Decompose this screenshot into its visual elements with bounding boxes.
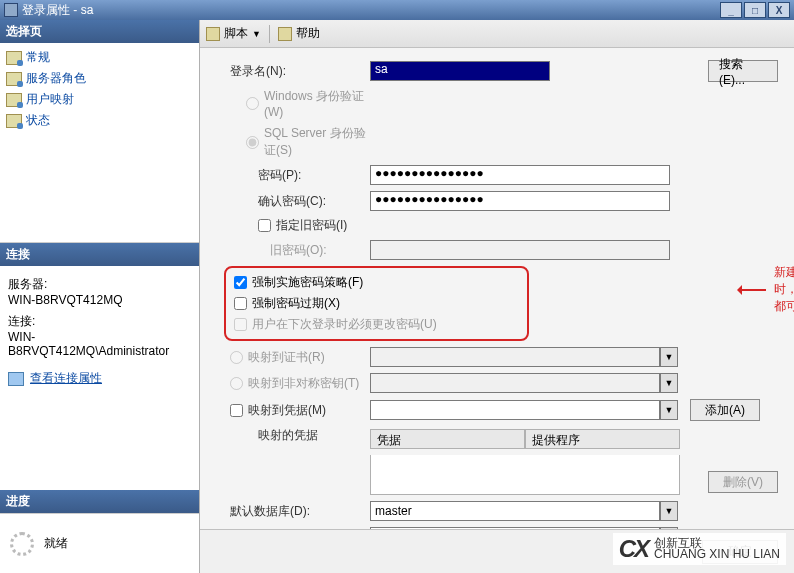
password-label: 密码(P): [230, 167, 370, 184]
old-password-input [370, 240, 670, 260]
nav-label: 状态 [26, 112, 50, 129]
script-icon [206, 27, 220, 41]
radio-icon [230, 351, 243, 364]
password-input[interactable]: ●●●●●●●●●●●●●●● [370, 165, 670, 185]
chevron-down-icon[interactable]: ▼ [660, 501, 678, 521]
select-box[interactable]: master [370, 501, 660, 521]
map-cred-select[interactable]: ▼ [370, 400, 678, 420]
checkbox-icon[interactable] [234, 297, 247, 310]
page-icon [6, 51, 22, 65]
mapped-creds-label: 映射的凭据 [230, 427, 370, 444]
add-button[interactable]: 添加(A) [690, 399, 760, 421]
checkbox-label: 强制密码过期(X) [252, 295, 340, 312]
col-provider: 提供程序 [525, 429, 680, 449]
app-icon [4, 3, 18, 17]
nav-server-roles[interactable]: 服务器角色 [6, 68, 193, 89]
annotation-text: 新建用户时，三项都可选 [774, 264, 794, 315]
progress-header: 进度 [0, 490, 199, 513]
checkbox-label: 用户在下次登录时必须更改密码(U) [252, 316, 437, 333]
radio-label: 映射到非对称密钥(T) [248, 375, 359, 392]
nav-status[interactable]: 状态 [6, 110, 193, 131]
script-button[interactable]: 脚本 ▼ [206, 25, 261, 42]
watermark-logo: CX [619, 535, 648, 563]
select-box [370, 373, 660, 393]
radio-icon [246, 97, 259, 110]
server-value: WIN-B8RVQT412MQ [8, 293, 191, 307]
radio-label: SQL Server 身份验证(S) [264, 125, 370, 159]
chevron-down-icon: ▼ [660, 347, 678, 367]
creds-table-body[interactable] [370, 455, 680, 495]
default-db-label: 默认数据库(D): [230, 503, 370, 520]
col-credential: 凭据 [370, 429, 525, 449]
confirm-password-input[interactable]: ●●●●●●●●●●●●●●● [370, 191, 670, 211]
nav-user-mapping[interactable]: 用户映射 [6, 89, 193, 110]
maximize-button[interactable]: □ [744, 2, 766, 18]
login-name-input[interactable]: sa [370, 61, 550, 81]
checkbox-icon[interactable] [258, 219, 271, 232]
help-button[interactable]: 帮助 [278, 25, 320, 42]
conn-label: 连接: [8, 313, 191, 330]
checkbox-icon[interactable] [230, 404, 243, 417]
must-change-checkbox: 用户在下次登录时必须更改密码(U) [234, 316, 519, 333]
help-label: 帮助 [296, 25, 320, 42]
properties-icon [8, 372, 24, 386]
radio-icon [246, 136, 259, 149]
select-box [370, 347, 660, 367]
view-connection-link[interactable]: 查看连接属性 [8, 370, 191, 387]
nav-general[interactable]: 常规 [6, 47, 193, 68]
checkbox-icon [234, 318, 247, 331]
arrow-icon [740, 289, 766, 291]
radio-label: 映射到证书(R) [248, 349, 325, 366]
map-cred-checkbox[interactable]: 映射到凭据(M) [230, 402, 370, 419]
connection-header: 连接 [0, 243, 199, 266]
progress-box: 就绪 [0, 513, 199, 573]
watermark: CX 创新互联 CHUANG XIN HU LIAN [613, 533, 786, 565]
toolbar: 脚本 ▼ 帮助 [200, 20, 794, 48]
annotation-callout: 新建用户时，三项都可选 [740, 264, 794, 315]
old-password-label: 旧密码(O): [230, 242, 370, 259]
window-titlebar: 登录属性 - sa _ □ X [0, 0, 794, 20]
creds-table-header: 凭据 提供程序 [370, 429, 680, 449]
ready-label: 就绪 [44, 535, 68, 552]
checkbox-label: 映射到凭据(M) [248, 402, 326, 419]
checkbox-label: 强制实施密码策略(F) [252, 274, 363, 291]
select-box[interactable] [370, 400, 660, 420]
annotation-box: 强制实施密码策略(F) 强制密码过期(X) 用户在下次登录时必须更改密码(U) [224, 266, 529, 341]
page-icon [6, 93, 22, 107]
script-label: 脚本 [224, 25, 248, 42]
toolbar-separator [269, 25, 270, 43]
form-area: 登录名(N): sa 搜索(E)... Windows 身份验证(W) SQL … [200, 48, 794, 529]
select-page-header: 选择页 [0, 20, 199, 43]
chevron-down-icon[interactable]: ▼ [660, 400, 678, 420]
enforce-policy-checkbox[interactable]: 强制实施密码策略(F) [234, 274, 519, 291]
nav-label: 用户映射 [26, 91, 74, 108]
left-pane: 选择页 常规 服务器角色 用户映射 状态 连接 服务器: WIN-B8RVQT4… [0, 20, 200, 573]
checkbox-label: 指定旧密码(I) [276, 217, 347, 234]
login-name-label: 登录名(N): [230, 63, 370, 80]
specify-old-checkbox[interactable]: 指定旧密码(I) [230, 217, 370, 234]
search-button[interactable]: 搜索(E)... [708, 60, 778, 82]
help-icon [278, 27, 292, 41]
radio-label: Windows 身份验证(W) [264, 88, 370, 119]
enforce-expire-checkbox[interactable]: 强制密码过期(X) [234, 295, 519, 312]
right-pane: 脚本 ▼ 帮助 登录名(N): sa 搜索(E)... [200, 20, 794, 573]
connection-info: 服务器: WIN-B8RVQT412MQ 连接: WIN-B8RVQT412MQ… [0, 266, 199, 490]
server-label: 服务器: [8, 276, 191, 293]
chevron-down-icon: ▼ [252, 29, 261, 39]
conn-value: WIN-B8RVQT412MQ\Administrator [8, 330, 191, 358]
map-cert-radio: 映射到证书(R) [230, 349, 370, 366]
map-asym-radio: 映射到非对称密钥(T) [230, 375, 370, 392]
confirm-password-label: 确认密码(C): [230, 193, 370, 210]
window-controls: _ □ X [720, 2, 790, 18]
remove-button: 删除(V) [708, 471, 778, 493]
nav-label: 服务器角色 [26, 70, 86, 87]
page-icon [6, 72, 22, 86]
link-text[interactable]: 查看连接属性 [30, 370, 102, 387]
page-icon [6, 114, 22, 128]
chevron-down-icon: ▼ [660, 373, 678, 393]
default-db-select[interactable]: master ▼ [370, 501, 678, 521]
close-button[interactable]: X [768, 2, 790, 18]
checkbox-icon[interactable] [234, 276, 247, 289]
minimize-button[interactable]: _ [720, 2, 742, 18]
nav-list: 常规 服务器角色 用户映射 状态 [0, 43, 199, 243]
